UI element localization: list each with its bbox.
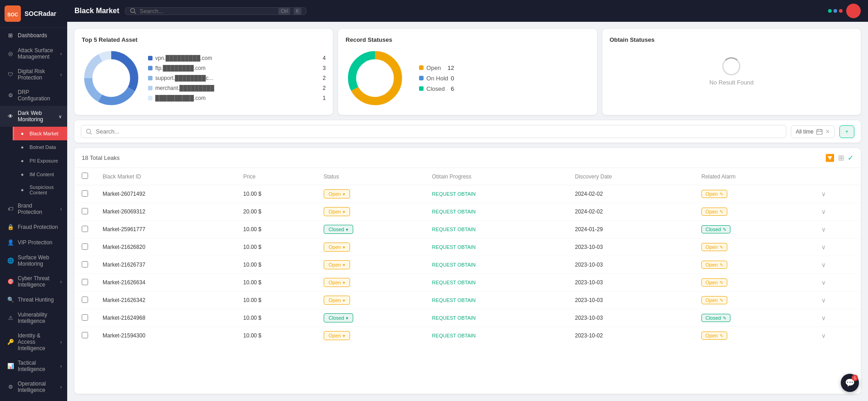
obtain-link[interactable]: REQUEST OBTAIN bbox=[432, 280, 476, 285]
legend-item-4: merchant.█████████ 2 bbox=[148, 85, 326, 91]
row-expand-icon[interactable]: ∨ bbox=[821, 297, 826, 304]
obtain-link[interactable]: REQUEST OBTAIN bbox=[432, 333, 476, 338]
sidebar-item-label: Identity & Access Intelligence bbox=[18, 332, 57, 351]
row-expand-icon[interactable]: ∨ bbox=[821, 279, 826, 286]
legend-dot-2 bbox=[148, 66, 153, 70]
row-checkbox[interactable] bbox=[82, 208, 88, 214]
legend-value-1: 4 bbox=[323, 55, 326, 61]
status-badge[interactable]: Closed ▾ bbox=[324, 313, 353, 322]
table-search-input[interactable] bbox=[96, 128, 781, 135]
sidebar-item-label: Botnet Data bbox=[30, 144, 56, 150]
sidebar-item-drp[interactable]: 🛡 Digital Risk Protection › bbox=[0, 64, 67, 85]
table-row: Market-21626820 10.00 $ Open ▾ REQUEST O… bbox=[74, 238, 861, 256]
cell-obtain: REQUEST OBTAIN bbox=[425, 274, 568, 292]
row-checkbox[interactable] bbox=[82, 279, 88, 285]
search-row: All time ✕ + bbox=[74, 120, 861, 143]
svg-text:SOC: SOC bbox=[7, 12, 18, 17]
legend-dot-1 bbox=[148, 56, 153, 60]
legend-on-hold: On Hold 0 bbox=[419, 75, 454, 82]
row-expand-icon[interactable]: ∨ bbox=[821, 243, 826, 251]
status-badge[interactable]: Open ▾ bbox=[324, 243, 350, 252]
sidebar-item-suspicious-content[interactable]: ● Suspicious Content bbox=[13, 181, 67, 198]
record-status-legend: Open 12 On Hold 0 Closed 6 bbox=[419, 64, 454, 92]
sidebar-item-attack-surface[interactable]: ◎ Attack Surface Management › bbox=[0, 43, 67, 64]
notification-bubble[interactable]: 💬 1 bbox=[841, 374, 859, 392]
status-badge[interactable]: Open ▾ bbox=[324, 260, 350, 269]
sidebar-item-threat-hunting[interactable]: 🔍 Threat Hunting bbox=[0, 292, 67, 307]
sidebar-item-vulnerability[interactable]: ⚠ Vulnerability Intelligence bbox=[0, 307, 67, 328]
sidebar-item-pii-exposure[interactable]: ● PII Exposure bbox=[13, 154, 67, 168]
row-expand-icon[interactable]: ∨ bbox=[821, 226, 826, 233]
status-badge[interactable]: Open ▾ bbox=[324, 296, 350, 305]
row-checkbox[interactable] bbox=[82, 332, 88, 338]
legend-closed-label: Closed bbox=[426, 85, 448, 92]
alarm-badge: Open ✎ bbox=[701, 278, 727, 287]
row-expand-icon[interactable]: ∨ bbox=[821, 190, 826, 198]
row-checkbox[interactable] bbox=[82, 226, 88, 232]
table-columns-button[interactable]: ⊞ bbox=[838, 153, 844, 162]
obtain-link[interactable]: REQUEST OBTAIN bbox=[432, 191, 476, 197]
chevron-right-icon: › bbox=[60, 340, 62, 345]
select-all-checkbox[interactable] bbox=[82, 173, 88, 179]
row-checkbox[interactable] bbox=[82, 243, 88, 250]
sidebar-item-operational[interactable]: ⚙ Operational Intelligence › bbox=[0, 376, 67, 397]
obtain-link[interactable]: REQUEST OBTAIN bbox=[432, 315, 476, 321]
sidebar-item-supply-chain[interactable]: 🔗 Supply Chain Intelligence › bbox=[0, 397, 67, 401]
table-filter-button[interactable]: 🔽 bbox=[825, 153, 834, 162]
row-expand-icon[interactable]: ∨ bbox=[821, 261, 826, 268]
obtain-link[interactable]: REQUEST OBTAIN bbox=[432, 209, 476, 214]
status-badge[interactable]: Closed ▾ bbox=[324, 225, 353, 234]
user-avatar[interactable] bbox=[846, 4, 861, 18]
obtain-link[interactable]: REQUEST OBTAIN bbox=[432, 227, 476, 232]
sidebar-item-surface-web[interactable]: 🌐 Surface Web Monitoring bbox=[0, 250, 67, 271]
cell-obtain: REQUEST OBTAIN bbox=[425, 203, 568, 221]
sidebar-item-dark-web[interactable]: 👁 Dark Web Monitoring ∨ bbox=[0, 106, 67, 127]
status-chevron-icon: ▾ bbox=[343, 280, 345, 285]
table-check-button[interactable]: ✓ bbox=[848, 153, 853, 162]
sidebar-item-identity[interactable]: 🔑 Identity & Access Intelligence › bbox=[0, 328, 67, 356]
sidebar-item-drp-config[interactable]: ⚙ DRP Configuration bbox=[0, 85, 67, 106]
clear-date-icon[interactable]: ✕ bbox=[825, 129, 830, 135]
table-row: Market-21624968 10.00 $ Closed ▾ REQUEST… bbox=[74, 309, 861, 327]
date-filter[interactable]: All time ✕ bbox=[791, 125, 835, 138]
row-checkbox-cell bbox=[74, 292, 95, 309]
legend-label-2: ftp.████████.com bbox=[155, 65, 320, 71]
sidebar-item-brand-protection[interactable]: 🏷 Brand Protection › bbox=[0, 198, 67, 219]
topbar-search-input[interactable] bbox=[140, 8, 275, 15]
th-obtain-progress: Obtain Progress bbox=[425, 168, 568, 185]
sidebar-item-fraud-protection[interactable]: 🔒 Fraud Protection bbox=[0, 219, 67, 235]
sidebar-item-botnet-data[interactable]: ● Botnet Data bbox=[13, 140, 67, 154]
row-expand-icon[interactable]: ∨ bbox=[821, 332, 826, 339]
row-checkbox[interactable] bbox=[82, 297, 88, 303]
status-badge[interactable]: Open ▾ bbox=[324, 207, 350, 216]
obtain-link[interactable]: REQUEST OBTAIN bbox=[432, 244, 476, 250]
alarm-icon: ✎ bbox=[723, 316, 726, 321]
content-area: Top 5 Related Asset bbox=[67, 22, 868, 401]
obtain-link[interactable]: REQUEST OBTAIN bbox=[432, 297, 476, 303]
alarm-badge: Open ✎ bbox=[701, 208, 727, 216]
brand-icon: 🏷 bbox=[7, 205, 14, 213]
obtain-link[interactable]: REQUEST OBTAIN bbox=[432, 262, 476, 267]
obtain-statuses-title: Obtain Statuses bbox=[610, 36, 853, 43]
sidebar-item-dashboards[interactable]: ⊞ Dashboards bbox=[0, 28, 67, 43]
chevron-right-icon: › bbox=[60, 364, 62, 369]
table-section: 18 Total Leaks 🔽 ⊞ ✓ Black Market ID Pri… bbox=[74, 148, 861, 394]
status-badge[interactable]: Open ▾ bbox=[324, 278, 350, 287]
export-button[interactable]: + bbox=[839, 125, 854, 138]
cell-alarm: Closed ✎ bbox=[694, 309, 814, 327]
sidebar-item-tactical[interactable]: 📊 Tactical Intelligence › bbox=[0, 356, 67, 376]
status-badge[interactable]: Open ▾ bbox=[324, 189, 350, 198]
cell-alarm: Open ✎ bbox=[694, 203, 814, 221]
sidebar-item-vip-protection[interactable]: 👤 VIP Protection bbox=[0, 235, 67, 250]
row-expand-icon[interactable]: ∨ bbox=[821, 208, 826, 215]
sidebar-item-black-market[interactable]: ● Black Market bbox=[13, 127, 67, 140]
row-checkbox[interactable] bbox=[82, 190, 88, 197]
row-checkbox[interactable] bbox=[82, 314, 88, 321]
row-checkbox[interactable] bbox=[82, 261, 88, 267]
sidebar-item-im-content[interactable]: ● IM Content bbox=[13, 168, 67, 181]
th-status: Status bbox=[316, 168, 425, 185]
cell-date: 2023-10-03 bbox=[567, 256, 694, 274]
status-badge[interactable]: Open ▾ bbox=[324, 331, 350, 340]
row-expand-icon[interactable]: ∨ bbox=[821, 314, 826, 322]
sidebar-item-cyber-threat[interactable]: 🎯 Cyber Threat Intelligence › bbox=[0, 271, 67, 292]
